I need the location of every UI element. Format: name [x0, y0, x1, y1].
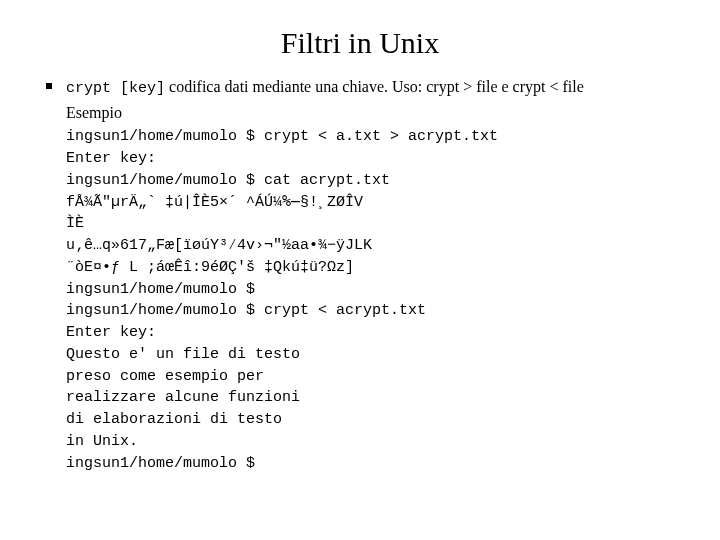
example-label: Esempio — [66, 101, 680, 124]
bullet-item: crypt [key] codifica dati mediante una c… — [40, 76, 680, 99]
bullet-icon — [46, 83, 52, 89]
terminal-block: ingsun1/home/mumolo $ crypt < a.txt > ac… — [66, 126, 680, 474]
slide: Filtri in Unix crypt [key] codifica dati… — [0, 0, 720, 540]
bullet-description: codifica dati mediante una chiave. Uso: … — [165, 78, 584, 95]
page-title: Filtri in Unix — [40, 26, 680, 60]
bullet-text: crypt [key] codifica dati mediante una c… — [66, 76, 680, 99]
bullet-command: crypt [key] — [66, 80, 165, 97]
